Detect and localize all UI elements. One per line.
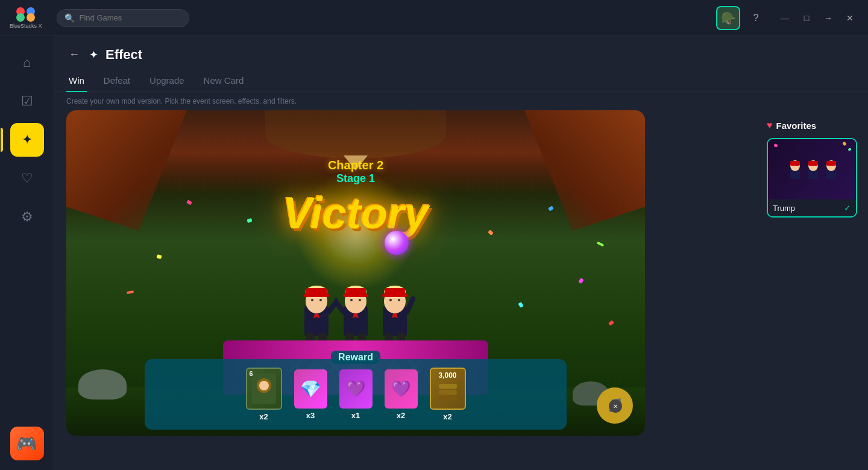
svg-rect-44 xyxy=(808,161,818,166)
pink3-multiplier: x2 xyxy=(397,411,405,420)
game-preview: Chapter 2 Stage 1 Victory xyxy=(54,110,760,470)
trump-characters xyxy=(235,282,476,342)
search-bar[interactable]: 🔍 xyxy=(57,9,189,27)
svg-point-6 xyxy=(311,299,313,301)
card-art xyxy=(252,374,276,404)
pink1-multiplier: x3 xyxy=(306,411,315,420)
cave-arch xyxy=(265,110,446,158)
svg-rect-36 xyxy=(439,390,457,395)
chapter-label: Chapter 2 xyxy=(328,158,383,172)
favorite-card-label: Trump ✓ xyxy=(768,199,856,216)
help-icon: ? xyxy=(753,13,759,24)
thumb-char-2 xyxy=(805,157,822,181)
minimize-button[interactable]: — xyxy=(776,10,793,27)
tasks-icon: ☑ xyxy=(21,93,33,109)
trump-char-3 xyxy=(374,282,416,342)
heart-icon: ♡ xyxy=(21,171,33,186)
tabs: Win Defeat Upgrade New Card xyxy=(54,63,868,92)
trump-char-1 xyxy=(295,282,338,342)
thumb-confetti-1 xyxy=(773,143,778,148)
thumb-char-1 xyxy=(787,157,804,181)
selected-checkmark: ✓ xyxy=(844,203,851,213)
mute-indicator: ✕ xyxy=(609,400,622,413)
bluestacks-icon[interactable]: 🎮 xyxy=(10,427,44,460)
svg-rect-27 xyxy=(382,294,407,297)
thumbnail-chars xyxy=(787,157,840,181)
gear-icon: ⚙ xyxy=(21,209,33,225)
trump-label: Trump xyxy=(773,204,795,213)
trump-thumbnail xyxy=(768,139,857,199)
trump-char-2 xyxy=(335,282,377,342)
svg-rect-47 xyxy=(826,161,836,166)
right-panel: ♥ Favorites xyxy=(760,110,868,470)
stage-label: Stage 1 xyxy=(328,172,383,185)
svg-rect-38 xyxy=(439,384,457,389)
reward-label: Reward xyxy=(331,351,380,364)
content-header: ← ✦ Effect xyxy=(54,36,868,63)
svg-point-18 xyxy=(359,299,361,301)
sidebar-item-favorites[interactable]: ♡ xyxy=(10,161,44,195)
svg-rect-37 xyxy=(439,396,457,401)
thumb-confetti-3 xyxy=(842,142,847,146)
avatar-button[interactable]: 🪖 xyxy=(716,6,740,30)
reward-item-pink1: 💎 x3 xyxy=(294,369,327,420)
wood-reward-img: 3,000 xyxy=(430,368,466,410)
sidebar-item-tasks[interactable]: ☑ xyxy=(10,84,44,118)
maximize-button[interactable]: □ xyxy=(798,10,815,27)
content-body: Chapter 2 Stage 1 Victory xyxy=(54,110,868,470)
logo-label: BlueStacks X xyxy=(10,23,42,29)
game-screen: Chapter 2 Stage 1 Victory xyxy=(66,110,645,436)
wood-multiplier: x2 xyxy=(443,412,451,421)
pink-reward-3: 💜 xyxy=(385,369,418,409)
thumb-confetti-2 xyxy=(848,148,851,151)
svg-rect-16 xyxy=(343,294,368,297)
main-content: ← ✦ Effect Win Defeat Upgrade New Card C… xyxy=(54,36,868,470)
favorites-title: Favorites xyxy=(776,121,817,131)
svg-rect-41 xyxy=(790,161,800,166)
forward-button[interactable]: → xyxy=(820,10,837,27)
sidebar-item-effects[interactable]: ✦ xyxy=(10,123,44,157)
wood-art xyxy=(436,381,460,405)
tab-new-card[interactable]: New Card xyxy=(201,70,247,92)
sidebar-item-home[interactable]: ⌂ xyxy=(10,46,44,80)
disco-ball xyxy=(385,231,409,255)
reward-item-pink3: 💜 x2 xyxy=(385,369,418,420)
svg-line-19 xyxy=(335,300,344,312)
sidebar: ⌂ ☑ ✦ ♡ ⚙ 🎮 xyxy=(0,36,54,470)
svg-point-35 xyxy=(259,381,269,390)
search-input[interactable] xyxy=(80,13,176,22)
topbar: BlueStacks X 🔍 🪖 ? — □ → ✕ xyxy=(0,0,868,36)
tab-upgrade[interactable]: Upgrade xyxy=(147,70,187,92)
svg-point-28 xyxy=(389,299,392,301)
back-button[interactable]: ← xyxy=(66,46,82,63)
card-multiplier: x2 xyxy=(259,412,268,421)
victory-text: Victory xyxy=(283,189,428,238)
reward-item-wood: 3,000 x2 xyxy=(430,368,466,421)
pink-reward-1: 💎 xyxy=(294,369,327,409)
tab-defeat[interactable]: Defeat xyxy=(101,70,133,92)
svg-point-17 xyxy=(350,299,353,301)
card-number: 6 xyxy=(250,370,253,377)
window-controls: — □ → ✕ xyxy=(776,10,858,27)
stone-left xyxy=(78,369,127,400)
reward-bar: Reward 6 x2 xyxy=(145,359,567,430)
help-button[interactable]: ? xyxy=(747,10,764,27)
svg-rect-5 xyxy=(304,294,329,297)
tab-win[interactable]: Win xyxy=(66,70,87,92)
favorites-heart-icon: ♥ xyxy=(767,120,773,131)
reward-item-pink2: 💜 x1 xyxy=(339,369,373,420)
chapter-stage-text: Chapter 2 Stage 1 xyxy=(328,158,383,185)
logo-circle-green xyxy=(16,13,25,22)
reward-item-card: 6 x2 xyxy=(246,368,282,421)
sidebar-item-settings[interactable]: ⚙ xyxy=(10,200,44,234)
favorite-card-trump[interactable]: Trump ✓ xyxy=(767,138,857,218)
sound-button[interactable]: 🎵 ✕ xyxy=(597,387,633,424)
search-icon: 🔍 xyxy=(64,13,75,23)
wood-number: 3,000 xyxy=(438,371,456,380)
close-button[interactable]: ✕ xyxy=(841,10,858,27)
tab-description: Create your own mod version. Pick the ev… xyxy=(54,92,868,110)
topbar-right: 🪖 ? — □ → ✕ xyxy=(716,6,858,30)
svg-line-30 xyxy=(407,299,413,312)
effects-icon: ✦ xyxy=(22,132,33,148)
favorites-header: ♥ Favorites xyxy=(767,120,861,131)
